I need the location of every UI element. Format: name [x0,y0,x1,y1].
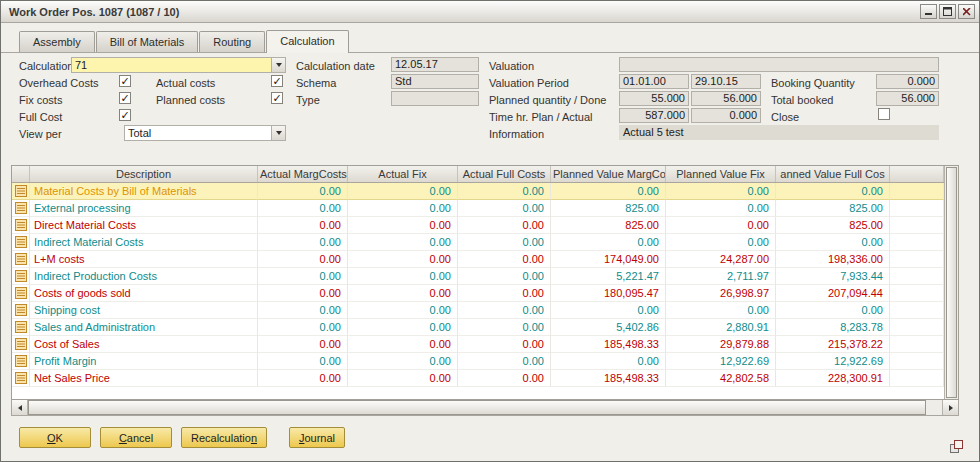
scroll-right-icon[interactable] [942,400,958,415]
planned-value-fix-cell: 2,711.97 [666,268,776,285]
valuation-period-to-field[interactable]: 29.10.15 [691,74,761,89]
schema-field[interactable]: Std [391,74,479,89]
row-detail-icon[interactable] [12,217,30,234]
actual-margcosts-cell: 0.00 [258,370,348,387]
column-header[interactable]: Actual Fix [348,166,458,182]
cancel-button[interactable]: Cancel [100,427,172,448]
planned-value-fix-cell: 42,802.58 [666,370,776,387]
planned-quantity-field[interactable]: 55.000 [619,91,689,106]
planned-value-full-costs-cell: 215,378.22 [776,336,890,353]
valuation-period-from-field[interactable]: 01.01.00 [619,74,689,89]
titlebar[interactable]: Work Order Pos. 1087 (1087 / 10) [1,1,979,23]
actual-fix-cell: 0.00 [348,234,458,251]
chevron-down-icon[interactable] [272,57,286,73]
row-detail-icon[interactable] [12,370,30,387]
time-plan-field[interactable]: 587.000 [619,108,689,123]
row-detail-icon[interactable] [12,302,30,319]
resize-grip-icon[interactable] [949,439,964,456]
row-filler [890,268,944,285]
table-row[interactable]: Cost of Sales 0.00 0.00 0.00 185,498.33 … [12,336,944,353]
tab-calculation[interactable]: Calculation [266,30,348,53]
close-checkbox[interactable] [878,108,890,120]
calculation-combo[interactable]: 71 [71,57,286,73]
table-row[interactable]: Direct Material Costs 0.00 0.00 0.00 825… [12,217,944,234]
row-detail-icon[interactable] [12,336,30,353]
planned-value-margcosts-cell: 0.00 [551,302,666,319]
type-field[interactable] [391,91,479,106]
close-icon[interactable] [958,4,975,19]
view-per-label: View per [19,128,62,140]
row-detail-icon[interactable] [12,268,30,285]
view-per-combo[interactable]: Total [124,125,286,141]
total-booked-field[interactable]: 56.000 [876,91,939,106]
actual-margcosts-cell: 0.00 [258,183,348,200]
table-row[interactable]: Sales and Administration 0.00 0.00 0.00 … [12,319,944,336]
row-description: Shipping cost [30,302,258,319]
ok-button[interactable]: OK [19,427,91,448]
row-detail-icon[interactable] [12,234,30,251]
horizontal-scrollbar-thumb[interactable] [28,400,926,415]
row-detail-icon[interactable] [12,353,30,370]
actual-fix-cell: 0.00 [348,285,458,302]
row-detail-icon[interactable] [12,200,30,217]
column-header[interactable]: Description [30,166,258,182]
planned-costs-checkbox[interactable] [271,92,283,104]
recalculation-button[interactable]: Recalculation [181,427,267,448]
column-header[interactable]: anned Value Full Cos [776,166,890,182]
actual-costs-checkbox[interactable] [271,75,283,87]
planned-value-fix-cell: 26,998.97 [666,285,776,302]
row-detail-icon[interactable] [12,183,30,200]
maximize-icon[interactable] [939,4,956,19]
table-row[interactable]: L+M costs 0.00 0.00 0.00 174,049.00 24,2… [12,251,944,268]
table-row[interactable]: Material Costs by Bill of Materials 0.00… [12,183,944,200]
row-description: Net Sales Price [30,370,258,387]
overhead-costs-checkbox[interactable] [119,75,131,87]
actual-full-costs-cell: 0.00 [458,319,551,336]
row-description: Cost of Sales [30,336,258,353]
planned-done-field[interactable]: 56.000 [691,91,761,106]
planned-value-full-costs-cell: 0.00 [776,302,890,319]
planned-value-fix-cell: 0.00 [666,302,776,319]
actual-fix-cell: 0.00 [348,200,458,217]
table-row[interactable]: Net Sales Price 0.00 0.00 0.00 185,498.3… [12,370,944,387]
tab-bill-of-materials[interactable]: Bill of Materials [96,31,199,52]
column-header[interactable]: Planned Value MargCosts [551,166,666,182]
column-header[interactable]: Actual MargCosts [258,166,348,182]
planned-value-fix-cell: 2,880.91 [666,319,776,336]
table-row[interactable]: Shipping cost 0.00 0.00 0.00 0.00 0.00 0… [12,302,944,319]
booking-quantity-field[interactable]: 0.000 [876,74,939,89]
chevron-down-icon[interactable] [272,125,286,141]
vertical-scrollbar[interactable] [944,166,958,399]
table-row[interactable]: Indirect Production Costs 0.00 0.00 0.00… [12,268,944,285]
actual-full-costs-cell: 0.00 [458,336,551,353]
planned-value-margcosts-cell: 5,221.47 [551,268,666,285]
column-header[interactable]: Actual Full Costs [458,166,551,182]
valuation-field[interactable] [619,57,939,72]
actual-fix-cell: 0.00 [348,370,458,387]
vertical-scrollbar-thumb[interactable] [946,167,957,398]
full-cost-checkbox[interactable] [119,109,131,121]
planned-value-fix-cell: 0.00 [666,200,776,217]
fix-costs-checkbox[interactable] [119,92,131,104]
icon-column-header [12,166,30,182]
row-description: Direct Material Costs [30,217,258,234]
actual-full-costs-cell: 0.00 [458,200,551,217]
row-detail-icon[interactable] [12,319,30,336]
horizontal-scrollbar[interactable] [11,400,959,416]
minimize-icon[interactable] [920,4,937,19]
calculation-date-field[interactable]: 12.05.17 [391,57,479,72]
table-row[interactable]: Indirect Material Costs 0.00 0.00 0.00 0… [12,234,944,251]
table-row[interactable]: Costs of goods sold 0.00 0.00 0.00 180,0… [12,285,944,302]
tab-assembly[interactable]: Assembly [19,31,95,52]
row-detail-icon[interactable] [12,285,30,302]
tab-routing[interactable]: Routing [199,31,265,52]
actual-margcosts-cell: 0.00 [258,302,348,319]
journal-button[interactable]: Journal [289,427,345,448]
table-row[interactable]: External processing 0.00 0.00 0.00 825.0… [12,200,944,217]
column-header[interactable]: Planned Value Fix [666,166,776,182]
time-actual-field[interactable]: 0.000 [691,108,761,123]
row-filler [890,217,944,234]
scroll-left-icon[interactable] [12,400,28,415]
table-row[interactable]: Profit Margin 0.00 0.00 0.00 0.00 12,922… [12,353,944,370]
row-detail-icon[interactable] [12,251,30,268]
